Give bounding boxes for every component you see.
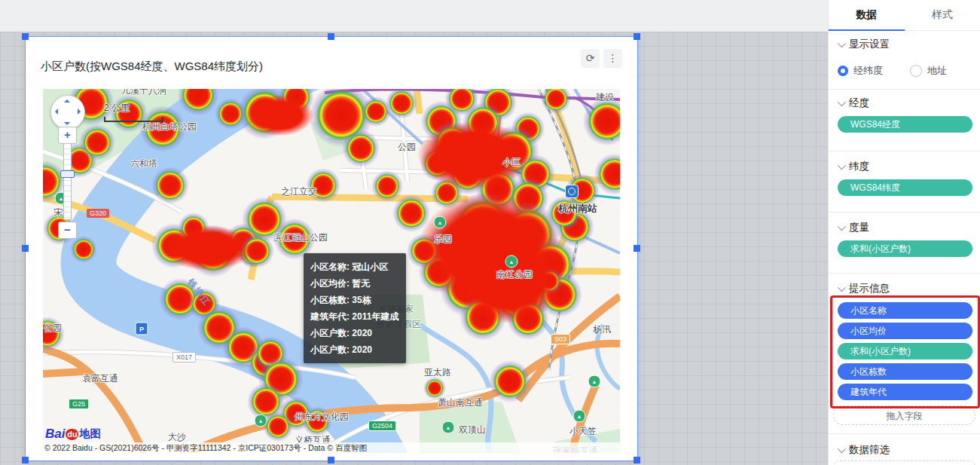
field-pill-WGS84纬度[interactable]: WGS84纬度 (838, 179, 972, 196)
selection-handle[interactable] (633, 457, 640, 463)
baidu-map[interactable]: 九溪十八涧杭州白塔公园六和塔宋城公园小区建设之江立交滨江冠山公园乐园南江公园杭州… (43, 89, 620, 453)
config-sidebar: 数据样式 显示设置 经纬度地址 经度 WGS84经度 纬度 WGS84 (828, 0, 980, 465)
tab-样式[interactable]: 样式 (905, 0, 980, 30)
field-pill-小区名称[interactable]: 小区名称 (838, 302, 972, 319)
section-longitude: 经度 WGS84经度 (838, 96, 972, 133)
map-label-州东方文化园: 州东方文化园 (295, 411, 349, 424)
road-badge-X017: X017 (172, 352, 196, 363)
drop-field-stub[interactable] (833, 460, 975, 465)
tooltip-line: 小区户数: 2020 (310, 325, 399, 341)
heat-blob (70, 236, 97, 263)
section-tooltip-header[interactable]: 提示信息 (838, 282, 972, 295)
dashboard-canvas[interactable]: 小区户数(按WGS84经度、WGS84纬度划分) ⟳ ⋮ (0, 32, 829, 465)
map-label-双顶山: 双顶山 (459, 424, 486, 436)
heat-cluster-core (417, 121, 530, 189)
heat-cluster-core (163, 225, 253, 271)
radio-经纬度[interactable]: 经纬度 (838, 64, 883, 78)
map-label-萧山南互通: 萧山南互通 (438, 396, 483, 409)
selection-handle[interactable] (22, 33, 29, 40)
section-measure-header[interactable]: 度量 (838, 221, 972, 234)
map-label-公园: 公园 (44, 322, 62, 335)
map-label-南江公园: 南江公园 (496, 268, 533, 281)
map-label-小区: 小区 (502, 156, 521, 169)
map-label-亚太路: 亚太路 (424, 366, 451, 379)
radio-dot-icon (838, 66, 848, 76)
drop-field-button[interactable]: 拖入字段 (833, 405, 975, 425)
road-badge-G2504: G2504 (368, 421, 396, 431)
field-pill-求和(小区户数)[interactable]: 求和(小区户数) (838, 343, 972, 359)
map-label-小天笠: 小天笠 (569, 425, 597, 438)
field-pill-小区均价[interactable]: 小区均价 (838, 323, 972, 339)
section-longitude-header[interactable]: 经度 (838, 96, 972, 110)
tooltip-line: 小区均价: 暂无 (310, 275, 399, 292)
map-scale-label: 2 公里 (104, 102, 130, 113)
zoom-slider-thumb[interactable] (60, 170, 75, 178)
tooltip-line: 建筑年代: 2011年建成 (310, 308, 399, 325)
more-menu-button[interactable]: ⋮ (603, 49, 622, 68)
section-display-settings: 显示设置 经纬度地址 (838, 38, 972, 78)
map-label-九溪十八涧: 九溪十八涧 (121, 89, 166, 97)
field-pill-建筑年代[interactable]: 建筑年代 (838, 384, 972, 400)
section-latitude-header[interactable]: 纬度 (838, 160, 972, 173)
field-pill-小区栋数[interactable]: 小区栋数 (838, 363, 972, 380)
chevron-down-icon (838, 283, 846, 292)
map-label-建设: 建设 (596, 91, 614, 104)
field-pill-求和(小区户数)[interactable]: 求和(小区户数) (838, 240, 972, 257)
map-label-滨江冠山公园: 滨江冠山公园 (273, 231, 328, 244)
map-label-杨汛: 杨汛 (593, 323, 611, 336)
heat-blob (342, 130, 380, 167)
chart-title: 小区户数(按WGS84经度、WGS84纬度划分) (41, 60, 263, 74)
heat-blob (79, 124, 115, 161)
selection-handle[interactable] (633, 33, 640, 40)
chevron-down-icon (838, 161, 846, 170)
heat-cluster-core (246, 95, 313, 136)
map-tooltip: 小区名称: 冠山小区小区均价: 暂无小区栋数: 35栋建筑年代: 2011年建成… (304, 253, 406, 363)
top-strip (0, 0, 829, 32)
radio-dot-icon (910, 65, 922, 77)
zoom-slider-track[interactable] (63, 143, 72, 220)
chevron-down-icon (838, 39, 846, 47)
pan-left-icon[interactable] (55, 109, 58, 115)
heat-blob (151, 167, 189, 204)
selection-handle[interactable] (22, 457, 29, 463)
section-data-filter: 数据筛选 (838, 443, 972, 457)
chart-toolbar: ⟳ ⋮ (581, 49, 622, 68)
tab-数据[interactable]: 数据 (829, 0, 905, 30)
baidu-logo-bai: Bai (45, 427, 65, 442)
selection-handle[interactable] (328, 33, 334, 40)
tooltip-line: 小区名称: 冠山小区 (310, 259, 399, 275)
section-filter-header[interactable]: 数据筛选 (838, 443, 972, 457)
coord-mode-radios: 经纬度地址 (838, 64, 972, 78)
heat-blob (263, 411, 293, 442)
pan-up-icon[interactable] (64, 99, 70, 102)
selection-handle[interactable] (633, 245, 640, 252)
heat-blob (386, 89, 417, 119)
chart-card[interactable]: 小区户数(按WGS84经度、WGS84纬度划分) ⟳ ⋮ (25, 36, 638, 461)
selection-handle[interactable] (22, 245, 29, 252)
map-label-六和塔: 六和塔 (130, 158, 157, 170)
road-badge-G25: G25 (69, 399, 89, 409)
section-display-header[interactable]: 显示设置 (838, 38, 972, 51)
chevron-down-icon (838, 222, 846, 231)
park-poi-icon: ▲ (505, 255, 518, 268)
map-label-乐园: 乐园 (434, 233, 452, 246)
heat-blob (371, 170, 403, 202)
zoom-out-button[interactable]: − (58, 222, 77, 239)
park-poi-icon: ▲ (255, 415, 267, 427)
section-latitude: 纬度 WGS84纬度 (838, 160, 972, 196)
park-poi-icon: ▲ (442, 421, 455, 434)
section-measure: 度量 求和(小区户数) (838, 221, 972, 257)
park-poi-icon: ▲ (573, 410, 586, 423)
chevron-down-icon (838, 98, 846, 106)
pan-right-icon[interactable] (78, 109, 81, 115)
baidu-paw-icon: du (66, 429, 78, 440)
selection-handle[interactable] (328, 457, 334, 463)
refresh-button[interactable]: ⟳ (581, 49, 600, 68)
zoom-in-button[interactable]: + (58, 127, 77, 144)
field-pill-WGS84经度[interactable]: WGS84经度 (838, 116, 972, 133)
heat-blob (489, 360, 531, 402)
map-attribution: © 2022 Baidu - GS(2021)6026号 - 甲测资字11111… (43, 442, 620, 453)
map-pan-control[interactable] (50, 95, 85, 130)
pan-down-icon[interactable] (64, 122, 70, 125)
radio-地址[interactable]: 地址 (910, 64, 947, 78)
